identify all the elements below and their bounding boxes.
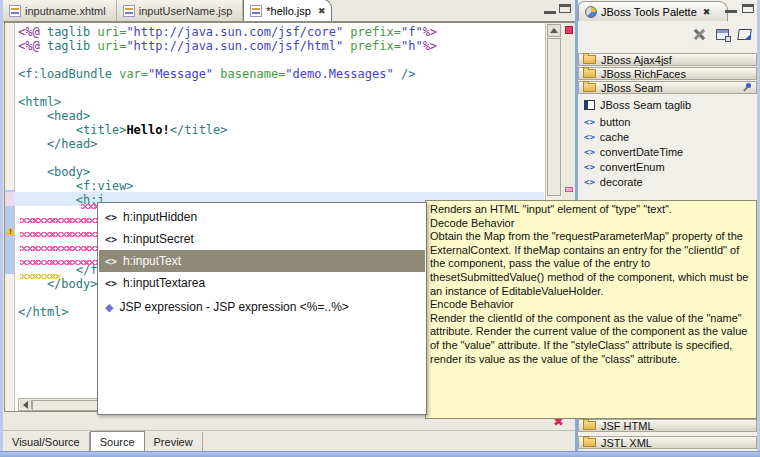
category-label: JSF HTML: [601, 420, 654, 432]
overview-error-marker[interactable]: [565, 26, 573, 34]
arrow-left-icon: [23, 401, 28, 409]
palette-item-seam-taglib[interactable]: JBoss Seam taglib: [578, 97, 757, 112]
tag-icon: <>: [584, 147, 595, 157]
vertical-scroll-thumb[interactable]: [547, 38, 561, 196]
tab-preview[interactable]: Preview: [145, 432, 203, 452]
completion-label: h:inputText: [123, 254, 181, 268]
show-hide-icon[interactable]: [716, 29, 729, 40]
item-label: button: [600, 116, 631, 128]
tag-icon: <>: [584, 177, 595, 187]
palette-view-tab[interactable]: JBoss Tools Palette ✖: [578, 1, 728, 21]
tab-label: Source: [100, 436, 135, 448]
tag-icon: <>: [584, 117, 595, 127]
editor-tabbar: inputname.xhtml inputUserName.jsp *hello…: [3, 0, 575, 22]
warning-squiggle: [20, 274, 60, 279]
tab-inputname-xhtml[interactable]: inputname.xhtml: [3, 0, 117, 21]
jsp-expression-icon: ◆: [105, 301, 113, 314]
item-label: JBoss Seam taglib: [600, 99, 691, 111]
tooltip-text: Obtain the Map from the "requestParamete…: [430, 230, 752, 298]
completion-label: h:inputSecret: [123, 232, 194, 246]
tag-icon: <>: [105, 234, 117, 245]
error-squiggle: [20, 246, 100, 251]
tab-visual-source[interactable]: Visual/Source: [3, 432, 90, 452]
tooltip-text: Decode Behavior: [430, 217, 752, 231]
item-label: convertDateTime: [600, 146, 683, 158]
ruler-current-line-mark: [5, 192, 14, 206]
editor-maximize-button[interactable]: [559, 4, 571, 13]
ide-window: inputname.xhtml inputUserName.jsp *hello…: [0, 0, 760, 457]
folder-icon: [583, 55, 596, 64]
tag-icon: <>: [584, 162, 595, 172]
tab-label: Preview: [154, 436, 193, 448]
category-jboss-ajax4jsf[interactable]: JBoss Ajax4jsf: [578, 53, 757, 66]
tooltip-text: Render the clientId of the component as …: [430, 312, 752, 366]
palette-title: JBoss Tools Palette: [601, 6, 697, 18]
palette-minimize-button[interactable]: [725, 4, 737, 13]
item-label: decorate: [600, 176, 643, 188]
folder-icon: [583, 83, 596, 92]
category-label: JBoss Seam: [601, 82, 663, 94]
palette-editor-icon[interactable]: [692, 27, 707, 41]
tag-icon: <>: [105, 278, 117, 289]
palette-item-convertdatetime[interactable]: <> convertDateTime: [578, 144, 757, 159]
tab-label: inputname.xhtml: [25, 5, 106, 17]
completion-item[interactable]: ◆ JSP expression - JSP expression <%=..%…: [99, 296, 425, 318]
arrow-up-icon: [550, 28, 558, 33]
folder-icon: [583, 438, 596, 447]
error-squiggle: [20, 218, 100, 223]
xhtml-file-icon: [9, 5, 21, 17]
completion-item[interactable]: <> h:inputSecret: [99, 228, 425, 250]
tab-inputusername-jsp[interactable]: inputUserName.jsp: [117, 0, 244, 21]
completion-label: JSP expression - JSP expression <%=..%>: [119, 300, 348, 314]
jsp-file-icon: [123, 5, 135, 17]
tab-label: *hello.jsp: [266, 5, 311, 17]
item-label: cache: [600, 131, 629, 143]
jsp-file-icon: [250, 5, 262, 17]
tab-source[interactable]: Source: [90, 431, 145, 452]
tooltip-text: Encode Behavior: [430, 298, 752, 312]
error-squiggle: [20, 260, 100, 265]
pin-icon[interactable]: [743, 83, 752, 92]
palette-item-decorate[interactable]: <> decorate: [578, 174, 757, 189]
category-label: JBoss RichFaces: [601, 68, 686, 80]
completion-item[interactable]: <> h:inputHidden: [99, 206, 425, 228]
palette-item-button[interactable]: <> button: [578, 114, 757, 129]
window-frame-bottom: [0, 451, 760, 457]
category-jboss-seam[interactable]: JBoss Seam: [578, 81, 757, 94]
completion-item[interactable]: <> h:inputTextarea: [99, 272, 425, 294]
category-label: JBoss Ajax4jsf: [601, 54, 672, 66]
scroll-up-button[interactable]: [547, 24, 561, 37]
folder-icon: [583, 421, 596, 430]
completion-item-selected[interactable]: <> h:inputText: [99, 250, 425, 272]
category-jboss-richfaces[interactable]: JBoss RichFaces: [578, 67, 757, 80]
error-squiggle: [20, 232, 100, 237]
palette-item-cache[interactable]: <> cache: [578, 129, 757, 144]
category-jsf-html[interactable]: JSF HTML: [578, 419, 757, 432]
completion-label: h:inputHidden: [123, 210, 197, 224]
palette-toolbar: [692, 27, 751, 41]
editor-page-tabs: Visual/Source Source Preview: [3, 430, 575, 452]
palette-item-convertenum[interactable]: <> convertEnum: [578, 159, 757, 174]
tag-icon: <>: [105, 256, 117, 267]
category-label: JSTL XML: [601, 437, 652, 449]
palette-maximize-button[interactable]: [742, 4, 754, 13]
category-jstl-xml[interactable]: JSTL XML: [578, 436, 757, 449]
tab-close-icon[interactable]: ✖: [318, 6, 326, 16]
folder-icon: [583, 69, 596, 78]
window-frame-left: [0, 0, 3, 457]
documentation-tooltip: Renders an HTML "input" element of "type…: [425, 200, 757, 419]
tab-hello-jsp[interactable]: *hello.jsp ✖: [243, 0, 332, 21]
palette-icon: [585, 6, 597, 18]
editor-minimize-button[interactable]: [544, 5, 556, 14]
completion-label: h:inputTextarea: [123, 276, 205, 290]
overview-warning-marker[interactable]: [565, 187, 573, 192]
import-taglib-icon[interactable]: [737, 29, 752, 40]
tag-icon: <>: [105, 212, 117, 223]
content-assist-popup: <> h:inputHidden <> h:inputSecret <> h:i…: [97, 202, 427, 415]
item-label: convertEnum: [600, 161, 665, 173]
tab-label: inputUserName.jsp: [139, 5, 233, 17]
palette-close-icon[interactable]: ✖: [703, 7, 711, 17]
taglib-book-icon: [584, 100, 595, 110]
tag-icon: <>: [584, 132, 595, 142]
scroll-left-button[interactable]: [20, 400, 32, 409]
